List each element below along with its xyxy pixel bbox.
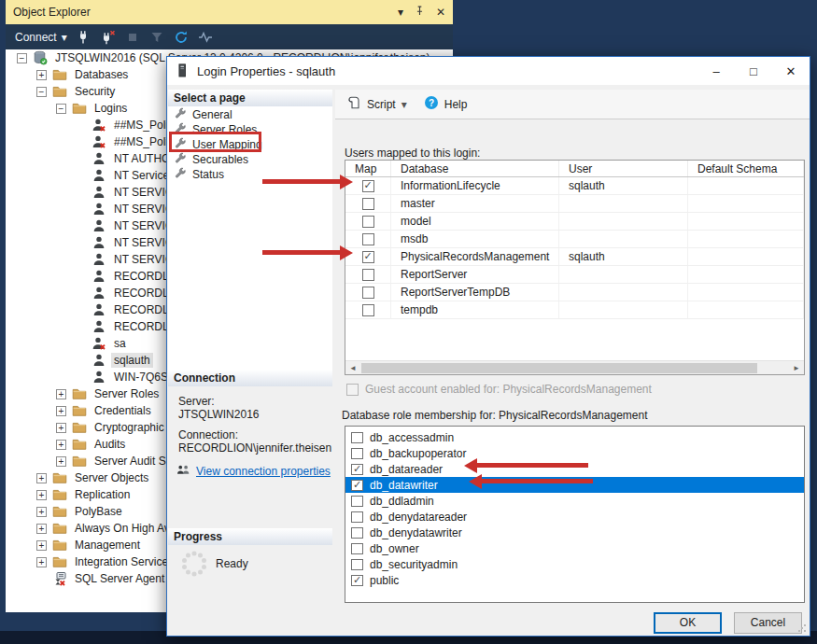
cell-default-schema[interactable] <box>688 177 804 194</box>
cell-user[interactable] <box>559 266 688 283</box>
tree-expander-icon[interactable]: + <box>56 406 66 416</box>
map-checkbox[interactable] <box>362 304 374 316</box>
role-item-db_denydatareader[interactable]: db_denydatareader <box>345 509 804 525</box>
page-item-securables[interactable]: Securables <box>168 152 332 167</box>
tree-expander-icon[interactable]: + <box>36 70 47 80</box>
role-item-db_ddladmin[interactable]: db_ddladmin <box>345 493 804 509</box>
page-item-label: Securables <box>192 153 248 166</box>
close-panel-icon[interactable]: ✕ <box>436 6 445 19</box>
folder-icon <box>72 386 87 401</box>
horizontal-scrollbar[interactable]: ◄ ► <box>345 360 804 374</box>
table-row-model[interactable]: model <box>345 213 804 231</box>
tree-expander-icon[interactable]: + <box>36 557 47 567</box>
view-connection-properties-link[interactable]: View connection properties <box>196 465 331 478</box>
scrollbar-thumb[interactable] <box>361 363 757 373</box>
tree-expander-icon[interactable]: + <box>36 524 47 534</box>
map-checkbox[interactable] <box>362 198 374 210</box>
users-mapped-label: Users mapped to this login: <box>345 147 480 160</box>
close-button[interactable]: ✕ <box>772 58 810 85</box>
chevron-down-icon: ▾ <box>62 31 67 44</box>
minimize-button[interactable]: – <box>697 58 735 85</box>
tree-expander-icon[interactable]: − <box>56 104 66 114</box>
role-label: db_datareader <box>370 463 443 476</box>
table-row-PhysicalRecordsManagement[interactable]: PhysicalRecordsManagementsqlauth <box>345 248 804 266</box>
cell-default-schema[interactable] <box>688 284 804 301</box>
dialog-titlebar[interactable]: Login Properties - sqlauth – □ ✕ <box>167 57 810 85</box>
table-row-InformationLifecycle[interactable]: InformationLifecyclesqlauth <box>345 177 804 195</box>
cell-user[interactable] <box>559 231 688 247</box>
role-checkbox[interactable] <box>351 480 363 491</box>
tree-expander-icon[interactable]: + <box>36 507 47 517</box>
window-position-chevron-icon[interactable]: ▾ <box>398 6 403 19</box>
stop-icon <box>125 30 140 45</box>
tree-expander-icon[interactable]: − <box>36 87 47 97</box>
cell-default-schema[interactable] <box>688 231 804 247</box>
tree-expander-icon[interactable]: − <box>17 53 27 63</box>
cancel-button[interactable]: Cancel <box>734 612 802 634</box>
ok-button[interactable]: OK <box>654 612 722 634</box>
role-checkbox[interactable] <box>351 527 363 539</box>
role-checkbox[interactable] <box>351 543 363 554</box>
map-checkbox[interactable] <box>362 180 374 192</box>
tree-expander-icon[interactable]: + <box>56 423 66 433</box>
cell-user[interactable]: sqlauth <box>559 248 688 265</box>
cell-user[interactable] <box>559 284 688 301</box>
activity-monitor-icon[interactable] <box>198 30 213 45</box>
table-row-ReportServer[interactable]: ReportServer <box>345 266 804 284</box>
table-row-msdb[interactable]: msdb <box>345 231 804 248</box>
cell-user[interactable] <box>559 195 688 212</box>
tree-item-label: Logins <box>92 101 130 116</box>
cell-user[interactable]: sqlauth <box>559 177 688 194</box>
role-checkbox[interactable] <box>351 575 363 586</box>
tree-expander-icon[interactable]: + <box>56 389 66 399</box>
disconnect-object-icon[interactable] <box>101 30 116 45</box>
page-item-general[interactable]: General <box>168 107 332 122</box>
table-row-ReportServerTempDB[interactable]: ReportServerTempDB <box>345 284 804 301</box>
script-button[interactable]: Script ▾ <box>346 95 407 113</box>
role-checkbox[interactable] <box>351 448 363 459</box>
tree-expander-icon[interactable]: + <box>36 540 47 551</box>
role-item-public[interactable]: public <box>345 572 804 588</box>
help-button[interactable]: ? Help <box>424 95 468 113</box>
tree-expander-icon[interactable]: + <box>36 490 47 500</box>
cell-default-schema[interactable] <box>688 248 804 265</box>
map-checkbox[interactable] <box>362 216 374 228</box>
maximize-button[interactable]: □ <box>735 58 772 85</box>
cell-default-schema[interactable] <box>688 301 804 318</box>
table-row-tempdb[interactable]: tempdb <box>345 301 804 319</box>
tree-expander-icon[interactable]: + <box>36 473 47 483</box>
map-checkbox[interactable] <box>362 251 374 263</box>
role-checkbox[interactable] <box>351 464 363 475</box>
role-checkbox[interactable] <box>351 511 363 523</box>
cell-default-schema[interactable] <box>688 195 804 212</box>
scroll-right-icon[interactable]: ► <box>789 364 804 372</box>
table-row-master[interactable]: master <box>345 195 804 213</box>
role-checkbox[interactable] <box>351 432 363 443</box>
connect-dropdown[interactable]: Connect ▾ <box>15 31 67 44</box>
tree-expander-icon[interactable]: + <box>56 456 66 467</box>
map-checkbox[interactable] <box>362 287 374 299</box>
resize-grip[interactable] <box>797 623 807 633</box>
role-checkbox[interactable] <box>351 496 363 507</box>
role-item-db_securityadmin[interactable]: db_securityadmin <box>345 556 804 572</box>
tree-expander-icon[interactable]: + <box>56 440 66 450</box>
role-item-db_owner[interactable]: db_owner <box>345 540 804 556</box>
role-item-db_denydatawriter[interactable]: db_denydatawriter <box>345 525 804 540</box>
cell-default-schema[interactable] <box>688 213 804 230</box>
user-icon <box>92 353 106 368</box>
script-dropdown-icon[interactable]: ▾ <box>401 98 407 111</box>
cell-user[interactable] <box>559 301 688 318</box>
user-icon <box>92 168 106 183</box>
cell-user[interactable] <box>559 213 688 230</box>
cell-default-schema[interactable] <box>688 266 804 283</box>
map-checkbox[interactable] <box>362 269 374 281</box>
refresh-icon[interactable] <box>174 30 189 45</box>
map-checkbox[interactable] <box>362 233 374 245</box>
folder-icon <box>72 101 87 116</box>
pin-icon[interactable] <box>415 6 425 19</box>
scroll-left-icon[interactable]: ◄ <box>345 364 360 372</box>
connect-object-icon[interactable] <box>77 30 92 45</box>
role-item-db_accessadmin[interactable]: db_accessadmin <box>345 429 804 445</box>
folder-icon <box>52 521 67 536</box>
role-checkbox[interactable] <box>351 559 363 570</box>
